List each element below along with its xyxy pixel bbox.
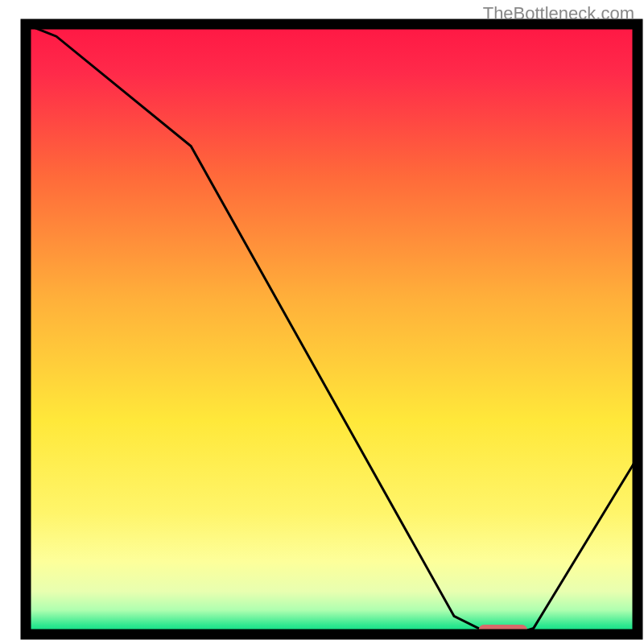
bottleneck-chart — [0, 0, 644, 644]
watermark-text: TheBottleneck.com — [483, 3, 634, 24]
gradient-background — [26, 24, 638, 634]
chart-container: TheBottleneck.com — [0, 0, 644, 644]
